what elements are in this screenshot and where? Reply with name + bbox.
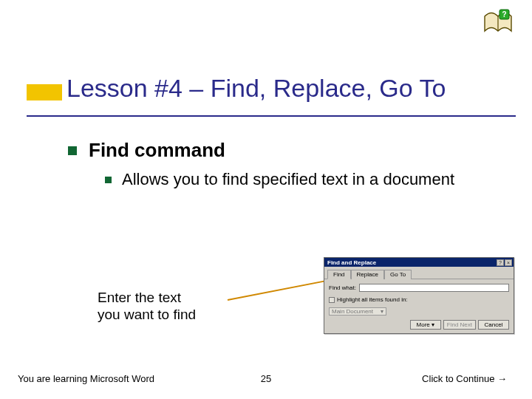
- tab-goto[interactable]: Go To: [384, 270, 412, 279]
- find-replace-dialog: Find and Replace ? × Find Replace Go To …: [324, 257, 514, 334]
- bullet-2-text: Allows you to find specified text in a d…: [122, 169, 454, 190]
- callout-leader-line: [228, 278, 337, 301]
- bullet-level-1: Find command: [68, 139, 510, 162]
- bullet-square-icon: [105, 177, 112, 183]
- tab-replace[interactable]: Replace: [351, 270, 384, 279]
- callout-text: Enter the text you want to find: [98, 290, 196, 324]
- footer-page-number: 25: [261, 373, 271, 384]
- dialog-help-button[interactable]: ?: [497, 259, 504, 266]
- dialog-close-button[interactable]: ×: [505, 259, 512, 266]
- highlight-checkbox[interactable]: [329, 297, 335, 303]
- footer-left: You are learning Microsoft Word: [18, 373, 154, 384]
- title-underline: [27, 115, 516, 117]
- bullet-square-icon: [68, 146, 77, 155]
- tab-find[interactable]: Find: [327, 270, 351, 279]
- title-accent-bar: [27, 84, 62, 100]
- highlight-scope-dropdown[interactable]: Main Document ▾: [329, 307, 386, 316]
- cancel-button[interactable]: Cancel: [478, 320, 509, 330]
- svg-text:?: ?: [502, 10, 506, 18]
- bullet-level-2: Allows you to find specified text in a d…: [105, 169, 510, 190]
- book-help-icon: ?: [482, 9, 514, 38]
- highlight-check-row: Highlight all items found in:: [329, 296, 408, 303]
- content-area: Find command Allows you to find specifie…: [68, 139, 510, 197]
- slide-title: Lesson #4 – Find, Replace, Go To: [27, 74, 517, 103]
- title-text: Lesson #4 – Find, Replace, Go To: [66, 74, 517, 103]
- chevron-down-icon: ▾: [381, 308, 383, 315]
- find-what-label: Find what:: [329, 284, 356, 291]
- more-button[interactable]: More ▾: [410, 320, 441, 330]
- dialog-titlebar: Find and Replace ? ×: [324, 258, 514, 267]
- dialog-tabs: Find Replace Go To: [324, 267, 514, 279]
- dialog-title: Find and Replace: [327, 259, 376, 266]
- slide-footer: You are learning Microsoft Word 25 Click…: [0, 373, 532, 384]
- bullet-1-text: Find command: [89, 139, 225, 162]
- highlight-label: Highlight all items found in:: [337, 296, 408, 303]
- dropdown-value: Main Document: [332, 308, 373, 315]
- click-to-continue[interactable]: Click to Continue →: [422, 373, 507, 384]
- find-what-row: Find what:: [329, 284, 509, 292]
- dialog-button-row: More ▾ Find Next Cancel: [329, 320, 509, 330]
- find-what-input[interactable]: [359, 284, 509, 292]
- find-next-button[interactable]: Find Next: [443, 320, 476, 330]
- dialog-body: Find what: Highlight all items found in:…: [324, 279, 514, 333]
